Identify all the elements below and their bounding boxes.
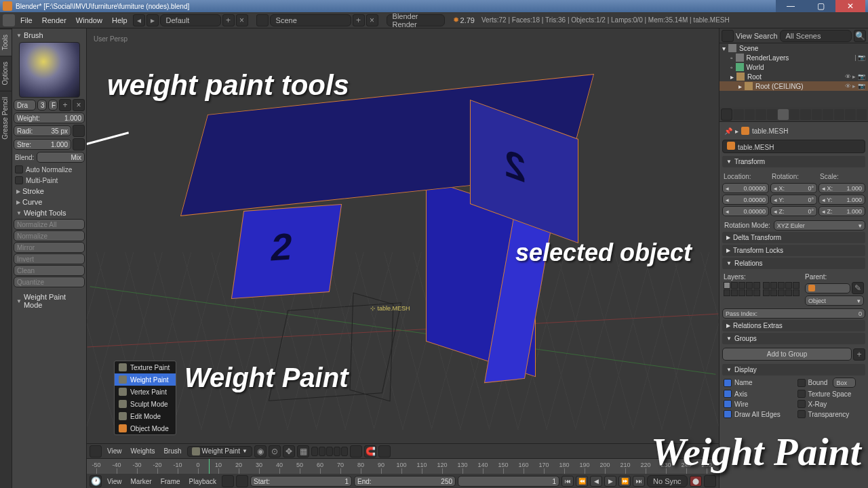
scene-delete-button[interactable]: × xyxy=(366,14,378,26)
strength-pressure-icon[interactable] xyxy=(73,138,85,150)
parent-eyedrop-icon[interactable]: ✎ xyxy=(852,282,864,294)
manipulator-icon[interactable]: ✥ xyxy=(283,445,295,458)
add-to-group-button[interactable]: Add to Group xyxy=(722,348,852,361)
keying-set-icon[interactable] xyxy=(704,475,716,487)
parent-type-select[interactable]: Object▾ xyxy=(805,296,864,306)
viewport-shading-icon[interactable]: ◉ xyxy=(254,445,267,458)
brush-menu[interactable]: Brush xyxy=(160,446,184,456)
render-preview-icon[interactable] xyxy=(378,445,391,458)
pin-icon[interactable]: 📌 xyxy=(724,127,732,135)
radius-pressure-icon[interactable] xyxy=(73,125,85,137)
timeline-ruler[interactable]: -50-40-30-20-100102030405060708090100110… xyxy=(87,459,719,474)
keyframe-prev-button[interactable]: ⏪ xyxy=(576,476,588,487)
view-menu[interactable]: View xyxy=(104,446,125,456)
scale-z-field[interactable]: ◂ Z:1.000 xyxy=(818,206,865,216)
group-add-button[interactable]: + xyxy=(853,348,865,361)
menu-window[interactable]: Window xyxy=(72,15,106,26)
stroke-panel-header[interactable]: Stroke xyxy=(14,186,85,197)
display-drawedges-check[interactable]: Draw All Edges xyxy=(722,409,792,419)
relations-header[interactable]: Relations xyxy=(722,258,865,269)
mode-vertex-paint[interactable]: Vertex Paint xyxy=(115,386,176,398)
invert-button[interactable]: Invert xyxy=(14,253,85,264)
mode-sculpt[interactable]: Sculpt Mode xyxy=(115,398,176,410)
tab-tools[interactable]: Tools xyxy=(0,28,12,56)
play-button[interactable]: ▶ xyxy=(604,476,616,487)
strength-field[interactable]: Stre:1.000 xyxy=(14,139,71,150)
editor-type-icon[interactable] xyxy=(90,445,102,458)
outliner-view-menu[interactable]: View xyxy=(736,32,752,40)
snap-icon[interactable]: 🧲 xyxy=(364,445,376,458)
menu-file[interactable]: File xyxy=(16,15,37,26)
scene-browse-icon[interactable] xyxy=(256,14,269,26)
close-button[interactable]: ✕ xyxy=(835,0,865,12)
render-engine-select[interactable]: Blender Render xyxy=(387,14,445,26)
brush-add-button[interactable]: + xyxy=(59,99,71,111)
mode-dropdown[interactable]: Weight Paint▼ xyxy=(187,446,252,457)
maximize-button[interactable]: ▢ xyxy=(806,0,835,12)
rot-x-field[interactable]: ◂ X:0° xyxy=(770,183,817,193)
mode-texture-paint[interactable]: Texture Paint xyxy=(115,361,176,373)
ptab-particles[interactable] xyxy=(845,109,855,120)
weights-menu[interactable]: Weights xyxy=(127,446,159,456)
outliner-search-menu[interactable]: Search xyxy=(754,32,778,40)
3d-viewport[interactable]: User Persp 2 2 ⊹ table.MESH weight paint… xyxy=(87,28,719,458)
rotation-mode-select[interactable]: XYZ Euler▾ xyxy=(774,220,865,230)
pivot-icon[interactable]: ⊙ xyxy=(269,445,281,458)
brush-delete-button[interactable]: × xyxy=(73,99,85,111)
play-reverse-button[interactable]: ◀ xyxy=(590,476,602,487)
loc-z-field[interactable]: ◂0.00000 xyxy=(722,206,769,216)
display-name-check[interactable]: Name xyxy=(722,377,792,388)
ptab-object[interactable] xyxy=(778,109,788,120)
menu-help[interactable]: Help xyxy=(108,15,132,26)
groups-header[interactable]: Groups xyxy=(722,333,865,344)
mode-edit[interactable]: Edit Mode xyxy=(115,410,176,422)
scale-y-field[interactable]: ◂ Y:1.000 xyxy=(818,195,865,205)
auto-keyframe-button[interactable]: ⬤ xyxy=(690,476,702,487)
ptab-physics[interactable] xyxy=(856,109,867,120)
weight-tools-panel-header[interactable]: Weight Tools xyxy=(14,207,85,218)
scale-x-field[interactable]: ◂ X:1.000 xyxy=(818,183,865,193)
editor-type-icon[interactable] xyxy=(722,30,734,42)
rot-z-field[interactable]: ◂ Z:0° xyxy=(770,206,817,216)
layers-icon[interactable]: ▦ xyxy=(297,445,309,458)
outliner-root[interactable]: ▸Root👁 ▸ 📷 xyxy=(719,72,868,81)
pass-index-field[interactable]: Pass Index:0 xyxy=(722,308,865,319)
keyframe-next-button[interactable]: ⏩ xyxy=(618,476,631,487)
parent-field[interactable] xyxy=(805,283,850,293)
blend-mode-select[interactable]: Mix xyxy=(37,152,85,163)
display-texspace-check[interactable]: Texture Space xyxy=(796,389,866,399)
transform-panel-header[interactable]: Transform xyxy=(722,156,865,167)
search-icon[interactable]: 🔍 xyxy=(854,30,866,42)
display-bound-check[interactable]: BoundBox xyxy=(796,377,866,388)
layout-add-button[interactable]: + xyxy=(222,14,235,26)
ptab-scene[interactable] xyxy=(755,109,766,120)
editor-type-icon[interactable] xyxy=(721,108,732,121)
brush-fake-user[interactable]: F xyxy=(48,100,58,110)
weight-field[interactable]: Weight:1.000 xyxy=(14,113,85,123)
layout-delete-button[interactable]: × xyxy=(236,14,248,26)
ptab-render[interactable] xyxy=(733,109,743,120)
display-header[interactable]: Display xyxy=(722,364,865,375)
multi-paint-check[interactable]: Multi-Paint xyxy=(14,175,85,186)
mode-weight-paint[interactable]: Weight Paint xyxy=(115,373,176,386)
object-name-field[interactable]: table.MESH xyxy=(722,140,865,153)
normalize-button[interactable]: Normalize xyxy=(14,230,85,241)
delta-transform-header[interactable]: Delta Transform xyxy=(722,232,865,243)
display-xray-check[interactable]: X-Ray xyxy=(796,399,866,409)
loc-x-field[interactable]: ◂0.00000 xyxy=(722,183,769,193)
transform-locks-header[interactable]: Transform Locks xyxy=(722,245,865,256)
ptab-constraints[interactable] xyxy=(789,109,800,120)
forward-button[interactable]: ▸ xyxy=(146,14,159,26)
ptab-material[interactable] xyxy=(823,109,833,120)
jump-start-button[interactable]: ⏮ xyxy=(561,476,574,487)
lock-camera-icon[interactable] xyxy=(350,445,362,458)
range-icon[interactable] xyxy=(222,475,234,487)
ptab-texture[interactable] xyxy=(834,109,844,120)
ptab-renderlayers[interactable] xyxy=(745,109,755,120)
tab-options[interactable]: Options xyxy=(0,56,12,90)
start-frame-field[interactable]: Start:1 xyxy=(250,476,352,487)
editor-type-icon[interactable]: 🕐 xyxy=(90,475,102,487)
display-wire-check[interactable]: Wire xyxy=(722,399,792,409)
brush-preview[interactable] xyxy=(19,42,80,98)
tab-grease-pencil[interactable]: Grease Pencil xyxy=(0,91,12,145)
